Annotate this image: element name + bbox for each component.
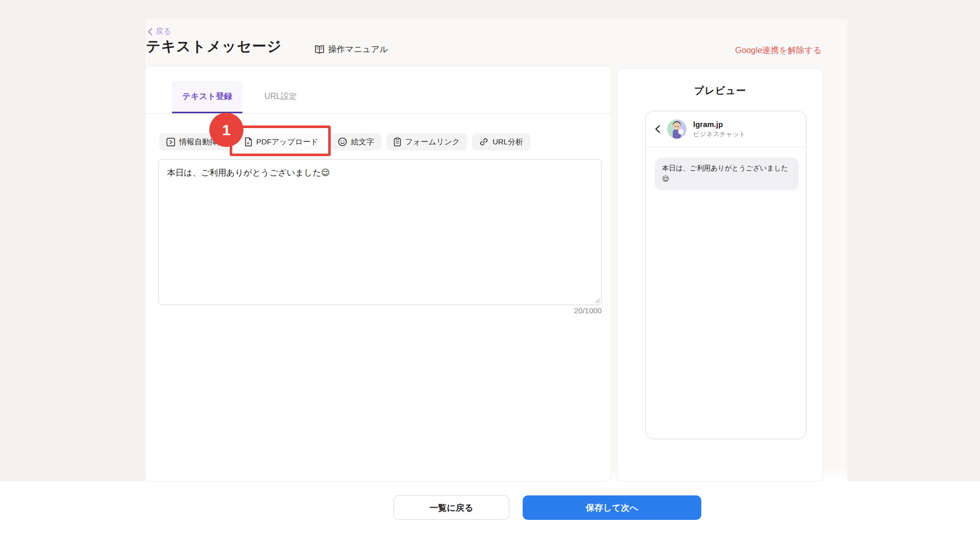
preview-panel: プレビュー xyxy=(618,69,823,481)
auto-insert-button[interactable]: 情報自動挿入 xyxy=(159,133,232,151)
back-link-label: 戻る xyxy=(156,27,171,36)
google-unlink-link[interactable]: Google連携を解除する xyxy=(735,45,822,56)
save-and-next-button[interactable]: 保存して次へ xyxy=(523,495,701,520)
chat-name: lgram.jp xyxy=(693,120,745,129)
chevron-left-icon[interactable] xyxy=(655,125,660,133)
form-link-button[interactable]: フォームリンク xyxy=(386,133,467,151)
manual-link[interactable]: 操作マニュアル xyxy=(314,44,388,55)
book-icon xyxy=(314,45,325,54)
link-icon xyxy=(479,137,488,146)
pdf-icon: A xyxy=(244,137,252,146)
avatar xyxy=(667,119,687,139)
back-to-list-button[interactable]: 一覧に戻る xyxy=(394,495,509,520)
svg-text:A: A xyxy=(247,141,250,145)
page-title: テキストメッセージ xyxy=(146,37,282,56)
url-analysis-button[interactable]: URL分析 xyxy=(472,133,530,151)
chat-message-bubble: 本日は、ご利用ありがとうございました😌 xyxy=(655,158,799,190)
form-icon xyxy=(394,137,401,146)
pdf-upload-button[interactable]: A PDFアップロード xyxy=(237,133,326,151)
auto-insert-label: 情報自動挿入 xyxy=(179,137,225,147)
editor-toolbar: 情報自動挿入 A PDFアップロード 絵文字 xyxy=(159,133,530,151)
insert-icon xyxy=(166,138,175,146)
chat-preview-header: lgram.jp ビジネスチャット xyxy=(646,111,806,147)
tab-url-settings[interactable]: URL設定 xyxy=(242,81,319,113)
char-count: 20/1000 xyxy=(574,306,602,315)
textarea-resize-handle[interactable] xyxy=(594,297,600,304)
chevron-left-icon xyxy=(148,28,153,35)
emoji-icon xyxy=(338,137,347,146)
chat-names: lgram.jp ビジネスチャット xyxy=(693,120,745,139)
url-analysis-label: URL分析 xyxy=(493,137,523,147)
message-text-input[interactable]: 本日は、ご利用ありがとうございました😌 xyxy=(158,159,602,305)
emoji-button[interactable]: 絵文字 xyxy=(331,133,381,151)
emoji-label: 絵文字 xyxy=(351,137,374,147)
tab-text-register[interactable]: テキスト登録 xyxy=(172,81,242,113)
page: 戻る テキストメッセージ 操作マニュアル Google連携を解除する テキスト登… xyxy=(0,0,980,551)
message-editor-card: テキスト登録 URL設定 情報自動挿入 A PDFアップロード xyxy=(145,66,611,481)
chat-subtitle: ビジネスチャット xyxy=(693,130,745,139)
pdf-upload-label: PDFアップロード xyxy=(256,137,318,147)
back-link[interactable]: 戻る xyxy=(148,27,171,36)
chat-preview-card: lgram.jp ビジネスチャット 本日は、ご利用ありがとうございました😌 xyxy=(645,111,806,439)
preview-title: プレビュー xyxy=(618,84,823,97)
tabs-row: テキスト登録 URL設定 xyxy=(145,66,611,114)
form-link-label: フォームリンク xyxy=(405,137,460,147)
manual-link-label: 操作マニュアル xyxy=(328,44,388,55)
